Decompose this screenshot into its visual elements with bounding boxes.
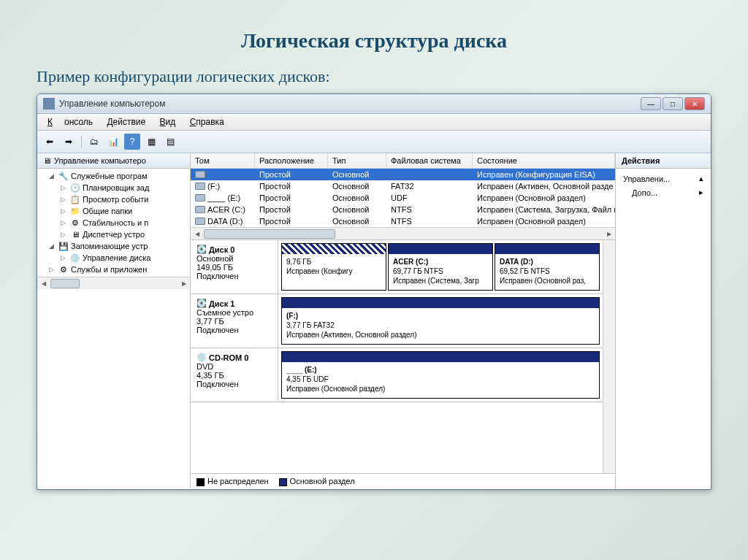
- tree-node-icon: 💿: [70, 253, 80, 263]
- legend: Не распределен Основной раздел: [191, 473, 615, 489]
- tree-node-icon: 🕒: [70, 183, 80, 193]
- volume-hscrollbar[interactable]: ◀▶: [191, 227, 615, 239]
- close-button[interactable]: ✕: [684, 97, 705, 110]
- col-rasp[interactable]: Расположение: [255, 153, 328, 168]
- menu-help[interactable]: Справка: [184, 115, 230, 129]
- actions-panel: Действия Управлени...▴ Допо...▸: [616, 153, 711, 489]
- volume-row[interactable]: (F:)ПростойОсновнойFAT32Исправен (Активе…: [191, 180, 615, 192]
- disk-icon: 💽: [196, 299, 207, 308]
- tree-node-icon: 📁: [70, 206, 80, 216]
- tree-item[interactable]: ◢💾Запоминающие устр: [39, 240, 188, 252]
- partition[interactable]: 9,76 ГБИсправен (Конфигу: [281, 243, 386, 291]
- tree-item[interactable]: ▷⚙Стабильность и п: [39, 217, 188, 229]
- forward-button[interactable]: ➡: [61, 134, 77, 150]
- expand-icon[interactable]: ▷: [61, 207, 68, 215]
- tree-node-icon: ⚙: [70, 218, 80, 228]
- help-button[interactable]: ?: [124, 134, 140, 150]
- col-state[interactable]: Состояние: [473, 153, 615, 168]
- actions-header: Действия: [616, 153, 711, 169]
- refresh-button[interactable]: 🗂: [86, 134, 102, 150]
- expand-icon[interactable]: ▷: [61, 196, 68, 203]
- partition[interactable]: (F:)3,77 ГБ FAT32Исправен (Активен, Осно…: [281, 297, 600, 345]
- partition[interactable]: ____ (E:)4,35 ГБ UDFИсправен (Основной р…: [281, 351, 600, 399]
- volume-icon: [195, 206, 205, 213]
- volume-icon: [195, 194, 205, 202]
- col-tip[interactable]: Тип: [328, 153, 386, 168]
- window-title: Управление компьютером: [59, 99, 636, 109]
- slide-title: Логическая структура диска: [37, 29, 711, 53]
- disk-row: 💽Диск 1Съемное устро3,77 ГБПодключен(F:)…: [191, 294, 603, 348]
- view-button[interactable]: 📊: [105, 134, 121, 150]
- menu-console[interactable]: ККонсольонсоль: [42, 115, 99, 129]
- app-icon: [43, 98, 55, 110]
- action-more[interactable]: Допо...▸: [619, 185, 708, 199]
- minimize-button[interactable]: —: [641, 97, 661, 110]
- content-panel: Том Расположение Тип Файловая система Со…: [191, 153, 616, 489]
- disk-label[interactable]: 💽Диск 0Основной149,05 ГБПодключен: [191, 240, 278, 294]
- volume-icon: [195, 171, 205, 178]
- volume-row[interactable]: DATA (D:)ПростойОсновнойNTFSИсправен (Ос…: [191, 215, 615, 227]
- tree-node-icon: ⚙: [58, 264, 69, 275]
- detail-button[interactable]: ▤: [162, 134, 178, 150]
- partition[interactable]: DATA (D:)69,52 ГБ NTFSИсправен (Основной…: [495, 243, 600, 291]
- disk-map: 💽Диск 0Основной149,05 ГБПодключен9,76 ГБ…: [191, 240, 603, 473]
- tree-node-icon: 💾: [58, 241, 69, 251]
- tree-hscrollbar[interactable]: ◀▶: [37, 277, 190, 289]
- list-button[interactable]: ▦: [143, 134, 159, 150]
- expand-icon[interactable]: ▷: [61, 219, 68, 226]
- expand-icon[interactable]: ▷: [49, 266, 56, 273]
- toolbar: ⬅ ➡ 🗂 📊 ? ▦ ▤: [37, 131, 711, 153]
- tree-panel: 🖥 Управление компьютеро ◢🔧Служебные прог…: [37, 153, 191, 489]
- computer-icon: 🖥: [43, 156, 51, 165]
- tree-item[interactable]: ▷📁Общие папки: [39, 205, 188, 217]
- tree-item[interactable]: ▷🕒Планировщик зад: [39, 182, 188, 193]
- volume-row[interactable]: ACER (C:)ПростойОсновнойNTFSИсправен (Си…: [191, 204, 615, 215]
- menu-action[interactable]: Действие: [101, 115, 151, 129]
- disk-vscrollbar[interactable]: [603, 240, 615, 473]
- expand-icon[interactable]: ◢: [49, 242, 56, 250]
- chevron-up-icon: ▴: [699, 174, 703, 183]
- col-fs[interactable]: Файловая система: [386, 153, 473, 168]
- volume-row[interactable]: ____ (E:)ПростойОсновнойUDFИсправен (Осн…: [191, 192, 615, 204]
- slide-subtitle: Пример конфигурации логических дисков:: [37, 67, 711, 86]
- disk-icon: 💿: [196, 353, 207, 362]
- tree-item[interactable]: ▷⚙Службы и приложен: [39, 264, 188, 275]
- disk-row: 💽Диск 0Основной149,05 ГБПодключен9,76 ГБ…: [191, 240, 603, 294]
- menubar: ККонсольонсоль Действие Вид Справка: [37, 114, 711, 131]
- expand-icon[interactable]: ▷: [61, 184, 68, 191]
- col-tom[interactable]: Том: [191, 153, 255, 168]
- menu-view[interactable]: Вид: [154, 115, 182, 129]
- disk-row: 💿CD-ROM 0DVD4,35 ГБПодключен____ (E:)4,3…: [191, 348, 603, 402]
- back-button[interactable]: ⬅: [42, 134, 58, 150]
- action-manage[interactable]: Управлени...▴: [619, 172, 708, 185]
- disk-label[interactable]: 💽Диск 1Съемное устро3,77 ГБПодключен: [191, 294, 278, 348]
- tree-node-icon: 🖥: [70, 229, 80, 239]
- titlebar[interactable]: Управление компьютером — □ ✕: [37, 94, 711, 114]
- expand-icon[interactable]: ▷: [61, 254, 68, 261]
- disk-icon: 💽: [196, 245, 207, 254]
- tree-item[interactable]: ▷🖥Диспетчер устро: [39, 229, 188, 240]
- partition[interactable]: ACER (C:)69,77 ГБ NTFSИсправен (Система,…: [388, 243, 493, 291]
- chevron-right-icon: ▸: [699, 188, 703, 197]
- volume-icon: [195, 183, 205, 190]
- volume-row[interactable]: ПростойОсновнойИсправен (Конфигурация EI…: [191, 169, 615, 180]
- maximize-button[interactable]: □: [663, 97, 683, 110]
- tree-item[interactable]: ◢🔧Служебные програм: [39, 170, 188, 182]
- volume-table: Том Расположение Тип Файловая система Со…: [191, 153, 615, 240]
- tree-item[interactable]: ▷📋Просмотр событи: [39, 193, 188, 205]
- expand-icon[interactable]: ▷: [61, 231, 68, 238]
- disk-mgmt-window: Управление компьютером — □ ✕ ККонсольонс…: [37, 93, 711, 490]
- tree-header: 🖥 Управление компьютеро: [37, 153, 190, 169]
- volume-icon: [195, 218, 205, 225]
- tree-node-icon: 📋: [70, 194, 80, 204]
- tree-item[interactable]: ▷💿Управление диска: [39, 252, 188, 264]
- disk-label[interactable]: 💿CD-ROM 0DVD4,35 ГБПодключен: [191, 348, 278, 402]
